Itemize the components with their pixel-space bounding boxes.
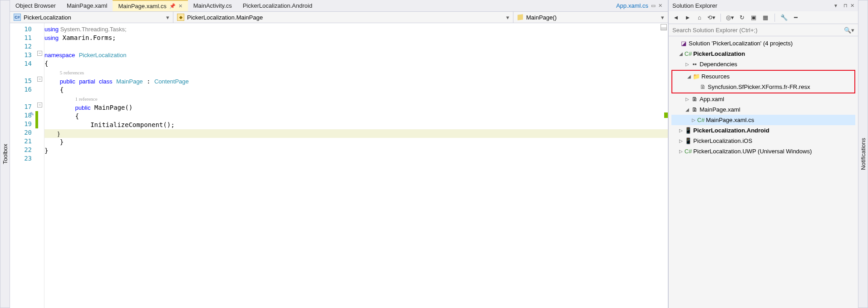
toolbox-label: Toolbox xyxy=(2,141,9,167)
solution-tree[interactable]: ◪Solution 'PickerLocalization' (4 projec… xyxy=(669,36,858,308)
cs-icon: C# xyxy=(697,117,705,123)
toolbox-sidebar[interactable]: Toolbox xyxy=(0,0,10,308)
resources-node[interactable]: ◢📁Resources xyxy=(673,71,853,82)
chevron-down-icon[interactable]: ▼ xyxy=(833,3,838,8)
expand-toggle[interactable]: ▷ xyxy=(678,138,684,143)
code-editor[interactable]: 1011121314151617181920212223 − − − ✎ usi… xyxy=(10,23,668,308)
close-icon[interactable]: ✕ xyxy=(658,3,662,9)
expand-toggle[interactable]: ▷ xyxy=(678,128,684,133)
sync-icon[interactable]: ⟲▾ xyxy=(708,14,715,21)
solution-node[interactable]: ◪Solution 'PickerLocalization' (4 projec… xyxy=(671,38,855,49)
change-marker xyxy=(35,111,38,128)
preview-icon[interactable]: ━ xyxy=(792,14,799,21)
solution-icon: ◪ xyxy=(680,40,688,47)
preview-icon[interactable]: ▭ xyxy=(651,3,656,9)
home-icon[interactable]: ⌂ xyxy=(696,14,703,21)
chevron-down-icon: ▾ xyxy=(661,14,664,21)
method-icon xyxy=(517,14,523,20)
chevron-down-icon: ▾ xyxy=(506,14,509,21)
ios-project-node[interactable]: ▷📱PickerLocalization.iOS xyxy=(671,136,855,146)
expand-toggle[interactable]: ◢ xyxy=(686,74,692,79)
expand-toggle[interactable]: ▷ xyxy=(678,149,684,154)
resx-node[interactable]: 🗎Syncfusion.SfPicker.XForms.fr-FR.resx xyxy=(673,82,853,92)
forward-icon[interactable]: ► xyxy=(684,14,691,21)
expand-toggle[interactable]: ▷ xyxy=(684,62,690,67)
deps-icon: ▪▪ xyxy=(690,61,699,68)
code-content[interactable]: using System.Threading.Tasks; using Xama… xyxy=(44,23,668,308)
editor-area: Object Browser MainPage.xaml MainPage.xa… xyxy=(10,0,668,308)
navigation-bar: C#PickerLocalization▾ ◆PickerLocalizatio… xyxy=(10,11,668,23)
mainpage-xaml-node[interactable]: ◢🗎MainPage.xaml xyxy=(671,104,855,115)
nav-project[interactable]: C#PickerLocalization▾ xyxy=(10,12,173,23)
fold-toggle[interactable]: − xyxy=(37,51,42,56)
outline-margin: − − − xyxy=(35,23,44,308)
document-tabs: Object Browser MainPage.xaml MainPage.xa… xyxy=(10,0,668,11)
tab-mainpage-xaml[interactable]: MainPage.xaml xyxy=(61,0,113,11)
pin-icon[interactable]: ⊓ xyxy=(843,3,848,9)
ios-icon: 📱 xyxy=(684,137,692,144)
pin-icon[interactable]: 📌 xyxy=(169,3,176,9)
android-project-node[interactable]: ▷📱PickerLocalization.Android xyxy=(671,125,855,136)
collapse-icon[interactable]: ▣ xyxy=(750,14,757,21)
tab-app-xaml-cs[interactable]: App.xaml.cs▭✕ xyxy=(611,0,668,11)
xaml-icon: 🗎 xyxy=(690,96,699,103)
class-icon: ◆ xyxy=(177,14,184,21)
csproj-icon: C# xyxy=(684,50,692,57)
search-icon[interactable]: 🔍▾ xyxy=(844,27,854,34)
edit-icon: ✎ xyxy=(30,111,34,117)
app-xaml-node[interactable]: ▷🗎App.xaml xyxy=(671,94,855,104)
tab-mainactivity[interactable]: MainActivity.cs xyxy=(188,0,237,11)
fold-toggle[interactable]: − xyxy=(37,77,42,82)
line-numbers: 1011121314151617181920212223 xyxy=(10,23,35,308)
expand-toggle[interactable]: ◢ xyxy=(678,51,684,56)
fold-toggle[interactable]: − xyxy=(37,103,42,108)
nav-member[interactable]: MainPage()▾ xyxy=(513,12,668,23)
solution-explorer: Solution Explorer ▼ ⊓ ✕ ◄ ► ⌂ ⟲▾ ◎▾ ↻ ▣ … xyxy=(668,0,858,308)
se-search[interactable]: 🔍▾ xyxy=(669,24,858,36)
search-input[interactable] xyxy=(672,27,844,34)
pane-title[interactable]: Solution Explorer ▼ ⊓ ✕ xyxy=(669,0,858,11)
split-icon[interactable] xyxy=(661,24,667,30)
nav-class[interactable]: ◆PickerLocalization.MainPage▾ xyxy=(173,12,513,23)
close-icon[interactable]: ✕ xyxy=(850,3,854,9)
highlight-box: ◢📁Resources 🗎Syncfusion.SfPicker.XForms.… xyxy=(671,70,855,93)
chevron-down-icon: ▾ xyxy=(166,14,169,21)
notifications-sidebar[interactable]: Notifications xyxy=(858,0,868,308)
save-marker xyxy=(664,112,668,118)
expand-toggle[interactable]: ▷ xyxy=(684,97,690,102)
tab-mainpage-cs[interactable]: MainPage.xaml.cs📌✕ xyxy=(113,0,187,11)
csharp-icon: C# xyxy=(14,14,21,21)
se-toolbar: ◄ ► ⌂ ⟲▾ ◎▾ ↻ ▣ ▦ 🔧 ━ xyxy=(669,11,858,24)
dependencies-node[interactable]: ▷▪▪Dependencies xyxy=(671,59,855,69)
tab-pickerlocalization-android[interactable]: PickerLocalization.Android xyxy=(237,0,318,11)
android-icon: 📱 xyxy=(684,127,692,134)
properties-icon[interactable]: 🔧 xyxy=(780,14,788,21)
tab-object-browser[interactable]: Object Browser xyxy=(10,0,61,11)
scope-icon[interactable]: ◎▾ xyxy=(726,14,734,21)
expand-toggle[interactable]: ▷ xyxy=(690,117,697,122)
close-icon[interactable]: ✕ xyxy=(178,3,182,9)
uwp-project-node[interactable]: ▷C#PickerLocalization.UWP (Universal Win… xyxy=(671,146,855,156)
refresh-icon[interactable]: ↻ xyxy=(738,14,745,21)
expand-toggle[interactable]: ◢ xyxy=(684,107,690,112)
mainpage-cs-node[interactable]: ▷C#MainPage.xaml.cs xyxy=(671,115,855,125)
file-icon: 🗎 xyxy=(699,83,707,90)
folder-icon: 📁 xyxy=(692,73,700,80)
csproj-icon: C# xyxy=(684,148,692,155)
project-node[interactable]: ◢C#PickerLocalization xyxy=(671,49,855,59)
showall-icon[interactable]: ▦ xyxy=(762,14,769,21)
back-icon[interactable]: ◄ xyxy=(672,14,680,21)
xaml-icon: 🗎 xyxy=(690,106,699,113)
notifications-label: Notifications xyxy=(860,135,867,173)
